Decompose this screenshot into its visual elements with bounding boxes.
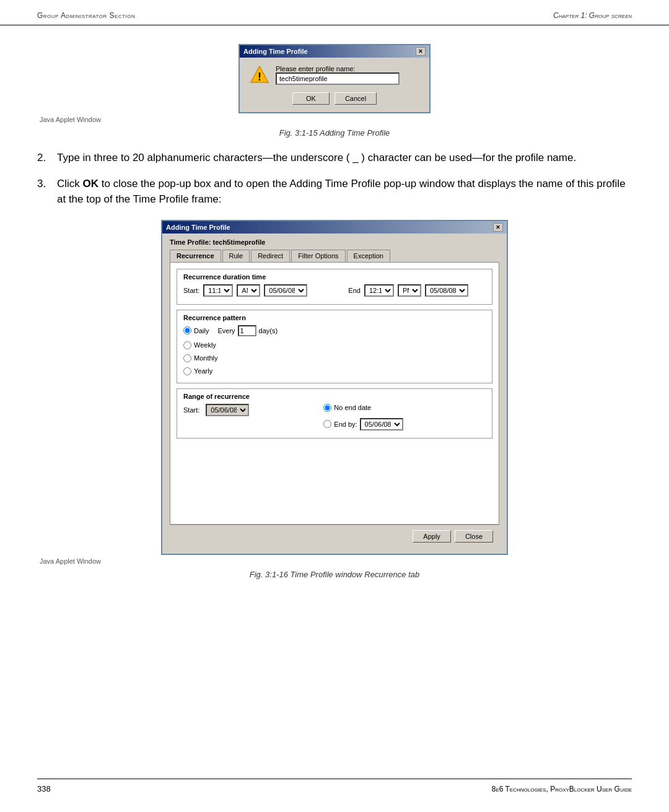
small-dialog-buttons: OK Cancel — [250, 92, 419, 105]
end-time-select[interactable]: 12:15 — [364, 284, 394, 297]
header-right: Chapter 1: Group screen — [553, 11, 632, 20]
small-dialog: Adding Time Profile ✕ ! Please enter pro… — [238, 44, 431, 113]
instruction-3-text-end: to close the pop-up box and to open the … — [57, 178, 626, 206]
end-by-label: End by: — [334, 421, 357, 428]
small-dialog-text-area: Please enter profile name: — [276, 65, 400, 85]
tab-recurrence[interactable]: Recurrence — [170, 250, 221, 262]
end-by-radio[interactable] — [323, 420, 331, 428]
end-date-select[interactable]: 05/08/08 — [425, 284, 468, 297]
no-end-date-radio[interactable] — [323, 404, 331, 412]
days-label: day(s) — [259, 327, 278, 334]
page-number: 338 — [37, 784, 51, 793]
start-ampm-select[interactable]: AM — [237, 284, 260, 297]
end-ampm-select[interactable]: PM — [398, 284, 421, 297]
radio-daily-input[interactable] — [183, 326, 191, 334]
ok-button[interactable]: OK — [292, 92, 330, 105]
large-dialog: Adding Time Profile ✕ Time Profile: tech… — [161, 220, 508, 555]
fig2-caption: Fig. 3:1-16 Time Profile window Recurren… — [250, 570, 419, 579]
small-dialog-title: Adding Time Profile — [243, 48, 308, 55]
instruction-list: 2. Type in three to 20 alphanumeric char… — [37, 150, 632, 207]
page-footer: 338 8e6 Technologies, ProxyBlocker User … — [37, 779, 632, 793]
range-form: Start: 05/06/08 No end date — [183, 404, 486, 433]
page-container: Group Administrator Section Chapter 1: G… — [0, 0, 669, 812]
close-button[interactable]: Close — [455, 530, 493, 543]
apply-button[interactable]: Apply — [413, 530, 451, 543]
small-dialog-label: Please enter profile name: — [276, 65, 400, 72]
start-time-select[interactable]: 11:15 — [203, 284, 233, 297]
small-dialog-content: ! Please enter profile name: — [250, 65, 419, 85]
tabs-container: Recurrence Rule Redirect Filter Options … — [170, 250, 499, 263]
footer-right-text: 8e6 Technologies, ProxyBlocker User Guid… — [492, 785, 632, 793]
radio-daily-label: Daily — [194, 327, 209, 334]
large-dialog-body: Time Profile: tech5timeprofile Recurrenc… — [162, 234, 507, 554]
small-dialog-body: ! Please enter profile name: OK Cancel — [240, 58, 429, 112]
java-applet-label-2: Java Applet Window — [37, 557, 101, 565]
tab-panel: Recurrence duration time Start: 11:15 AM — [170, 263, 499, 525]
radio-weekly-label: Weekly — [194, 341, 216, 349]
page-header: Group Administrator Section Chapter 1: G… — [0, 0, 669, 25]
radio-yearly: Yearly — [183, 367, 486, 375]
instruction-item-3: 3. Click OK to close the pop-up box and … — [37, 176, 632, 207]
radio-monthly-label: Monthly — [194, 354, 218, 362]
start-label: Start: — [183, 287, 199, 294]
instruction-2-text: Type in three to 20 alphanumeric charact… — [57, 150, 576, 166]
no-end-date-row: No end date — [323, 404, 403, 412]
end-label: End — [348, 287, 361, 294]
instruction-3-bold: OK — [83, 178, 99, 190]
start-date-select[interactable]: 05/06/08 — [264, 284, 307, 297]
small-dialog-close-btn[interactable]: ✕ — [416, 47, 426, 56]
header-left: Group Administrator Section — [37, 11, 135, 20]
warning-icon: ! — [250, 65, 269, 85]
recurrence-duration-label: Recurrence duration time — [183, 273, 486, 281]
small-dialog-titlebar: Adding Time Profile ✕ — [240, 45, 429, 58]
instruction-2-number: 2. — [37, 150, 50, 166]
instruction-3-text: Click OK to close the pop-up box and to … — [57, 176, 632, 207]
large-dialog-footer: Apply Close — [170, 525, 499, 546]
radio-yearly-input[interactable] — [183, 367, 191, 375]
spacer — [177, 443, 492, 518]
tab-filter-options[interactable]: Filter Options — [291, 250, 345, 262]
figure2-container: Adding Time Profile ✕ Time Profile: tech… — [37, 220, 632, 579]
radio-weekly: Weekly — [183, 341, 486, 349]
range-start-label: Start: — [183, 406, 199, 414]
every-value-input[interactable] — [238, 325, 256, 336]
svg-text:!: ! — [258, 71, 261, 83]
range-end-options: No end date End by: 05/06/08 — [323, 404, 403, 433]
java-applet-label-1: Java Applet Window — [37, 116, 101, 123]
large-dialog-titlebar: Adding Time Profile ✕ — [162, 221, 507, 234]
instruction-3-number: 3. — [37, 176, 50, 207]
radio-monthly-input[interactable] — [183, 354, 191, 362]
profile-title: Time Profile: tech5timeprofile — [170, 238, 499, 246]
fig1-caption: Fig. 3:1-15 Adding Time Profile — [279, 128, 390, 138]
tab-redirect[interactable]: Redirect — [251, 250, 290, 262]
large-dialog-close-btn[interactable]: ✕ — [493, 223, 503, 232]
radio-daily: Daily Every day(s) — [183, 325, 486, 336]
profile-name-input[interactable] — [276, 72, 400, 85]
end-by-row: End by: 05/06/08 — [323, 418, 403, 430]
range-start-row: Start: 05/06/08 — [183, 404, 249, 416]
radio-monthly: Monthly — [183, 354, 486, 362]
recurrence-options: Daily Every day(s) Weekly — [183, 325, 486, 378]
page-content: Adding Time Profile ✕ ! Please enter pro… — [0, 25, 669, 627]
no-end-date-label: No end date — [334, 404, 371, 411]
radio-weekly-input[interactable] — [183, 341, 191, 349]
range-of-recurrence-label: Range of recurrence — [183, 393, 486, 400]
recurrence-pattern-label: Recurrence pattern — [183, 314, 486, 321]
figure1-container: Adding Time Profile ✕ ! Please enter pro… — [37, 44, 632, 138]
radio-yearly-label: Yearly — [194, 367, 212, 375]
recurrence-duration-form: Start: 11:15 AM 05/06/08 End — [183, 284, 486, 297]
end-by-date-select[interactable]: 05/06/08 — [360, 418, 403, 430]
cancel-button[interactable]: Cancel — [334, 92, 377, 105]
range-start-date-select[interactable]: 05/06/08 — [206, 404, 249, 416]
instruction-item-2: 2. Type in three to 20 alphanumeric char… — [37, 150, 632, 166]
tab-rule[interactable]: Rule — [222, 250, 250, 262]
every-label: Every — [217, 327, 235, 334]
range-of-recurrence-section: Range of recurrence Start: 05/06/08 — [177, 388, 492, 439]
tab-exception[interactable]: Exception — [347, 250, 390, 262]
recurrence-pattern-section: Recurrence pattern Daily Every day(s) — [177, 310, 492, 383]
recurrence-duration-section: Recurrence duration time Start: 11:15 AM — [177, 269, 492, 305]
large-dialog-title: Adding Time Profile — [166, 224, 230, 231]
